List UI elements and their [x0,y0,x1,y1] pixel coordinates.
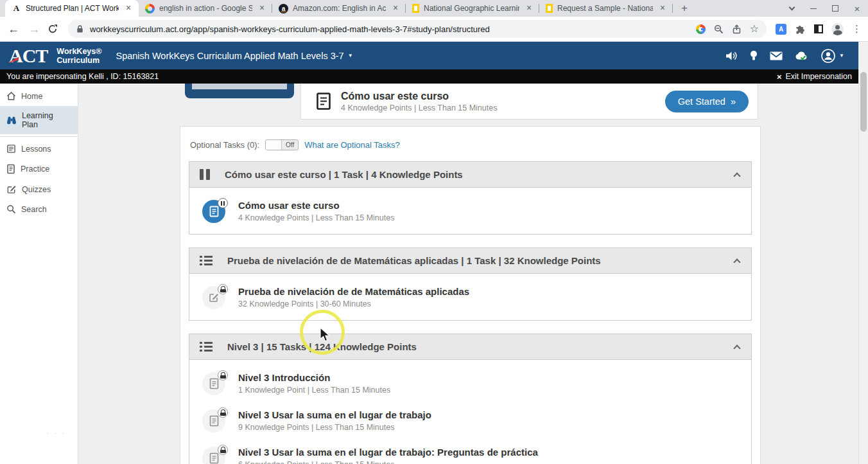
zoom-icon[interactable] [714,24,724,34]
screen: A Structured Plan | ACT WorkK × english … [0,0,868,464]
collapse-chevron-icon[interactable] [733,344,740,352]
amazon-favicon-icon: a [279,4,288,13]
section-nivel-3: Nivel 3 | 15 Tasks | 124 Knowledge Point… [189,334,752,464]
tab-search-icon[interactable] [781,0,803,17]
lightbulb-icon[interactable] [749,49,758,62]
translate-extension-icon[interactable]: A [776,24,786,35]
new-tab-button[interactable]: + [675,0,693,17]
forward-button[interactable]: → [27,22,41,36]
exit-impersonation-button[interactable]: × Exit Impersonation [777,72,852,82]
back-button[interactable]: ← [6,22,21,36]
tab-close-icon[interactable]: × [123,3,134,13]
browser-toolbar: ← → workkeyscurriculum.act.org/app/spani… [0,17,868,42]
lock-badge-icon [218,407,228,418]
optional-tasks-help-link[interactable]: What are Optional Tasks? [304,140,400,150]
toolbar-extensions: A ⋮ [773,23,862,35]
audio-icon[interactable] [725,49,738,62]
main-content: Cómo usar este curso 4 Knowledge Points … [78,84,858,464]
optional-tasks-toggle[interactable]: Off [265,139,299,150]
list-icon [200,341,213,352]
lock-badge-icon [218,370,228,380]
course-selector-dropdown[interactable]: Spanish WorkKeys Curriculum Applied Math… [116,51,352,61]
lesson-doc-icon [202,200,225,223]
share-icon[interactable] [732,24,742,34]
tab-close-icon[interactable]: × [524,3,534,13]
chevron-down-icon: ▼ [839,53,844,58]
sidebar-item-search[interactable]: Search [0,199,78,219]
sidebar-item-practice[interactable]: Practice [0,159,78,179]
impersonation-banner: You are impersonating Kelli , ID: 151638… [0,69,858,84]
act-logo: ACT [9,46,51,66]
section-header[interactable]: Prueba de nivelación de de Matemáticas a… [189,248,751,274]
task-row[interactable]: Prueba de nivelación de de Matemáticas a… [189,279,751,316]
address-bar[interactable]: workkeyscurriculum.act.org/app/spanish-w… [68,20,767,38]
document-icon [317,93,331,110]
scrollbar-thumb[interactable] [860,72,867,132]
browser-tab-strip: A Structured Plan | ACT WorkK × english … [0,0,868,17]
browser-tab-act[interactable]: A Structured Plan | ACT WorkK × [5,0,139,17]
browser-menu-icon[interactable]: ⋮ [852,23,862,35]
home-icon [6,91,16,101]
collapse-chevron-icon[interactable] [733,172,740,179]
extensions-puzzle-icon[interactable] [795,24,806,35]
sidebar-item-quizzes[interactable]: Quizzes [0,179,78,199]
lock-badge-icon [218,445,228,455]
close-icon: × [777,72,782,82]
browser-tab-sample[interactable]: Request a Sample - Nationa × [539,0,673,17]
sidebar-item-lessons[interactable]: Lessons [0,139,78,159]
act-product-name: WorkKeys® Curriculum [56,47,101,65]
section-header[interactable]: Nivel 3 | 15 Tasks | 124 Knowledge Point… [189,334,751,360]
google-favicon-icon [145,4,155,13]
task-subtitle: 6 Knowledge Points | Less Than 15 Minute… [238,460,538,464]
browser-tab-amazon[interactable]: a Amazon.com: English in Acti × [272,0,406,17]
minimize-button[interactable] [803,0,824,17]
user-account-menu[interactable]: ▼ [820,48,844,64]
task-subtitle: 4 Knowledge Points | Less Than 15 Minute… [238,213,394,222]
intro-card-subtitle: 4 Knowledge Points | Less Than 15 Minute… [341,103,497,112]
section-header[interactable]: Cómo usar este curso | 1 Task | 4 Knowle… [189,162,751,188]
sidebar-nav: Home Learning Plan Lessons Practice [0,84,78,464]
page-scrollbar[interactable] [858,42,868,464]
lock-badge-icon [218,284,228,294]
tab-title: Amazon.com: English in Acti [293,4,386,13]
tab-close-icon[interactable]: × [657,3,668,13]
act-favicon-icon: A [12,4,21,13]
practice-icon [6,164,15,174]
tab-title: National Geographic Learnin [424,4,519,13]
bookmark-star-icon[interactable]: ☆ [750,24,759,34]
browser-profile-avatar[interactable] [831,23,844,35]
tab-close-icon[interactable]: × [257,3,267,13]
list-icon [200,255,213,266]
sidebar-extension-icon[interactable] [814,24,823,33]
act-app-header: ACT WorkKeys® Curriculum Spanish WorkKey… [0,42,858,69]
mail-icon[interactable] [769,50,783,62]
in-progress-badge-icon [218,198,228,208]
url-text[interactable]: workkeyscurriculum.act.org/app/spanish-w… [90,24,690,34]
task-row[interactable]: Nivel 3 Introducción 1 Knowledge Point |… [189,365,751,402]
task-title: Nivel 3 Usar la suma en el lugar de trab… [238,447,538,458]
google-account-icon[interactable] [696,24,706,34]
lock-icon [76,24,84,33]
task-row[interactable]: Nivel 3 Usar la suma en el lugar de trab… [189,402,751,440]
natgeo-favicon-icon [412,4,419,13]
task-subtitle: 32 Knowledge Points | 30-60 Minutes [238,299,469,308]
close-button[interactable]: × [846,0,868,17]
task-row[interactable]: Nivel 3 Usar la suma en el lugar de trab… [189,440,751,464]
collapse-chevron-icon[interactable] [733,258,740,265]
chevron-down-icon: ▼ [348,53,353,58]
binoculars-icon [6,116,17,125]
reload-button[interactable] [48,24,62,34]
lessons-icon [6,144,16,154]
tab-close-icon[interactable]: × [390,3,401,13]
sidebar-item-learning-plan[interactable]: Learning Plan [0,106,78,134]
browser-tab-natgeo[interactable]: National Geographic Learnin × [406,0,539,17]
task-row[interactable]: Cómo usar este curso 4 Knowledge Points … [189,193,751,230]
impersonation-message: You are impersonating Kelli , ID: 151638… [6,72,159,81]
web-page: ACT WorkKeys® Curriculum Spanish WorkKey… [0,42,858,464]
doc-locked-icon [202,447,225,464]
get-started-button[interactable]: Get Started » [665,91,749,112]
sidebar-item-home[interactable]: Home [0,86,78,106]
browser-tab-google-search[interactable]: english in action - Google Se × [139,0,272,17]
cloud-sync-icon[interactable] [794,49,810,62]
maximize-button[interactable] [824,0,846,17]
